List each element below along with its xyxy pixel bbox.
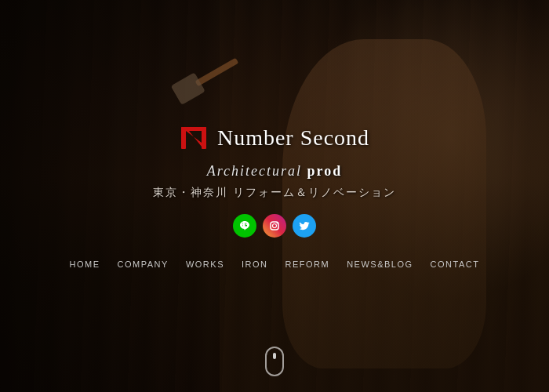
- hero-section: Number Second Architectural prod 東京・神奈川 …: [0, 0, 549, 392]
- svg-rect-4: [202, 127, 206, 149]
- scroll-dot: [273, 353, 276, 359]
- tagline-normal: Architectural: [207, 163, 307, 179]
- svg-point-7: [273, 223, 277, 227]
- social-twitter-icon[interactable]: [293, 214, 316, 238]
- main-content: Number Second Architectural prod 東京・神奈川 …: [70, 124, 480, 269]
- social-instagram-icon[interactable]: [263, 214, 286, 238]
- nav-home[interactable]: HOME: [70, 260, 100, 269]
- logo-icon: [180, 124, 208, 152]
- tagline-bold: prod: [307, 163, 343, 179]
- svg-point-8: [276, 223, 278, 224]
- nav-reform[interactable]: REFORM: [285, 260, 329, 269]
- nav-news-blog[interactable]: NEWS&BLOG: [347, 260, 413, 269]
- tagline: Architectural prod: [207, 163, 343, 180]
- scroll-oval: [265, 347, 284, 376]
- social-line-icon[interactable]: [233, 214, 256, 238]
- subtitle: 東京・神奈川 リフォーム＆リノベーション: [153, 186, 396, 200]
- nav-menu: HOME COMPANY WORKS IRON REFORM NEWS&BLOG…: [70, 260, 480, 269]
- logo-row: Number Second: [180, 124, 369, 152]
- nav-iron[interactable]: IRON: [242, 260, 268, 269]
- scroll-indicator: [265, 347, 284, 376]
- logo-text: Number Second: [217, 125, 369, 151]
- nav-contact[interactable]: CONTACT: [431, 260, 480, 269]
- nav-company[interactable]: COMPANY: [118, 260, 169, 269]
- social-icons-row: [233, 214, 316, 238]
- nav-works[interactable]: WORKS: [186, 260, 224, 269]
